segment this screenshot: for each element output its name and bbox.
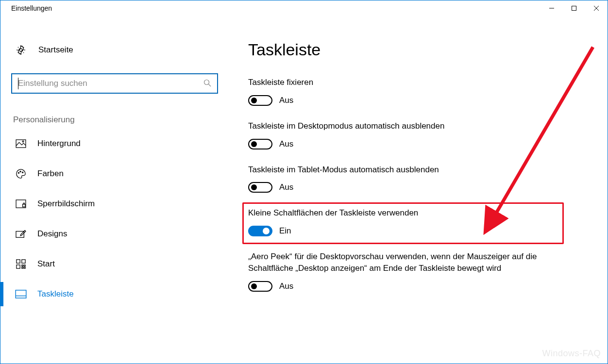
section-header: Personalisierung [0, 115, 229, 125]
titlebar: Einstellungen [0, 0, 608, 16]
toggle-state-text: Ein [279, 226, 291, 236]
sidebar-item-label: Farben [37, 169, 64, 179]
minimize-button[interactable] [540, 0, 563, 16]
gear-icon [15, 45, 27, 55]
toggle-switch[interactable] [248, 226, 272, 236]
start-tiles-icon [15, 259, 27, 269]
home-link[interactable]: Startseite [0, 40, 229, 60]
sidebar-item-label: Start [37, 259, 55, 269]
svg-point-11 [22, 172, 23, 173]
svg-rect-20 [22, 267, 23, 268]
window-title: Einstellungen [11, 4, 52, 12]
watermark: Windows-FAQ [542, 348, 601, 359]
themes-icon [15, 229, 27, 239]
palette-icon [15, 168, 27, 179]
sidebar-item-designs[interactable]: Designs [0, 219, 229, 249]
toggle-state-text: Aus [279, 139, 293, 149]
sidebar-item-start[interactable]: Start [0, 249, 229, 279]
home-label: Startseite [38, 45, 73, 55]
toggle-state-text: Aus [279, 281, 293, 291]
toggle-switch[interactable] [248, 95, 272, 106]
toggle-switch[interactable] [248, 139, 272, 149]
svg-line-6 [209, 84, 211, 86]
setting-fixieren: Taskleiste fixieren Aus [248, 77, 588, 106]
sidebar-item-sperrbildschirm[interactable]: Sperrbildschirm [0, 189, 229, 219]
picture-icon [15, 139, 27, 148]
page-title: Taskleiste [248, 40, 588, 59]
svg-rect-19 [24, 265, 25, 266]
toggle-state-text: Aus [279, 182, 293, 192]
text-caret [18, 78, 18, 89]
sidebar-item-label: Sperrbildschirm [37, 199, 95, 209]
sidebar-item-hintergrund[interactable]: Hintergrund [0, 129, 229, 159]
svg-point-8 [22, 141, 24, 142]
taskbar-icon [15, 290, 27, 298]
sidebar-item-label: Designs [37, 229, 67, 239]
maximize-button[interactable] [563, 0, 585, 16]
sidebar-nav: Hintergrund Farben [0, 129, 229, 309]
setting-tablet-hide: Taskleiste im Tablet-Modus automatisch a… [248, 164, 588, 193]
sidebar-item-taskleiste[interactable]: Taskleiste [0, 279, 229, 309]
main-content: Taskleiste Taskleiste fixieren Aus Taskl… [229, 16, 608, 364]
setting-small-buttons: Kleine Schaltflächen der Taskleiste verw… [248, 207, 588, 236]
close-button[interactable] [585, 0, 608, 16]
setting-label: Taskleiste im Tablet-Modus automatisch a… [248, 164, 588, 176]
toggle-state-text: Aus [279, 96, 293, 105]
setting-desktop-hide: Taskleiste im Desktopmodus automatisch a… [248, 120, 588, 149]
svg-rect-18 [22, 265, 23, 266]
svg-rect-15 [17, 260, 20, 263]
toggle-switch[interactable] [248, 182, 272, 193]
sidebar-item-farben[interactable]: Farben [0, 159, 229, 189]
setting-label: „Aero Peek“ für die Desktopvorschau verw… [248, 251, 569, 274]
svg-rect-22 [16, 290, 26, 298]
search-input-wrap[interactable] [11, 73, 218, 94]
svg-point-9 [18, 172, 19, 173]
setting-label: Kleine Schaltflächen der Taskleiste verw… [248, 207, 588, 219]
search-input[interactable] [18, 79, 203, 88]
sidebar-item-label: Hintergrund [37, 139, 81, 149]
svg-rect-17 [17, 265, 20, 268]
svg-rect-16 [22, 260, 25, 263]
svg-point-10 [20, 171, 21, 172]
setting-label: Taskleiste fixieren [248, 77, 588, 88]
setting-aero-peek: „Aero Peek“ für die Desktopvorschau verw… [248, 251, 588, 292]
sidebar-item-label: Taskleiste [37, 289, 74, 299]
window-controls [540, 0, 608, 16]
svg-rect-1 [572, 6, 576, 11]
svg-rect-21 [24, 267, 25, 268]
search-icon [203, 79, 211, 88]
svg-point-5 [204, 80, 209, 84]
lock-screen-icon [15, 199, 27, 208]
sidebar: Startseite Personalisierung [0, 16, 229, 364]
toggle-switch[interactable] [248, 281, 272, 292]
setting-label: Taskleiste im Desktopmodus automatisch a… [248, 120, 588, 132]
svg-rect-13 [23, 204, 25, 207]
